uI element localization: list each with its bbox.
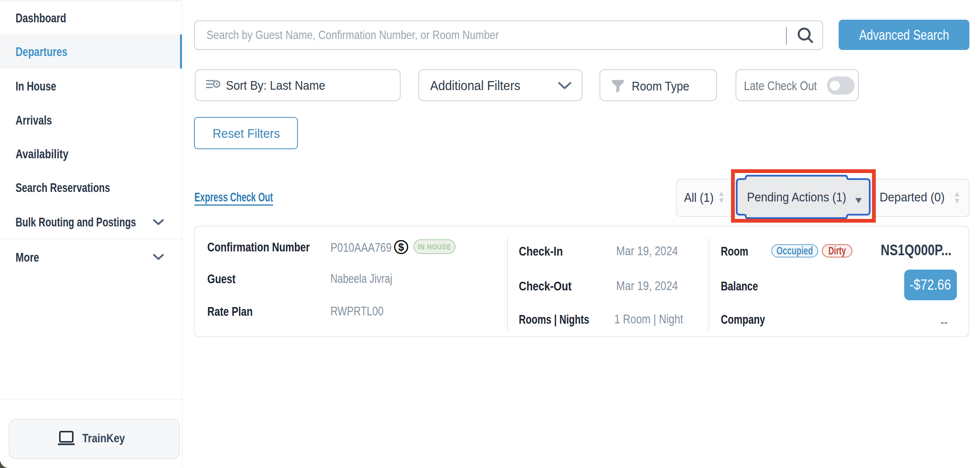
svg-text:$: $ (398, 241, 404, 253)
